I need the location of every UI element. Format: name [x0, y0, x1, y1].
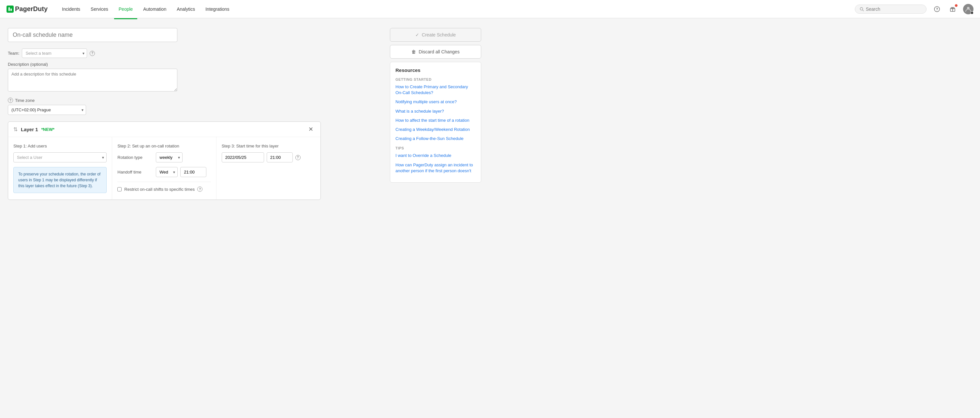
layer-new-badge: *NEW* [41, 127, 54, 132]
layer-title: Layer 1 [21, 127, 38, 132]
resource-link-4[interactable]: Creating a Weekday/Weekend Rotation [395, 127, 476, 133]
step3-col: Step 3: Start time for this layer ? [216, 137, 320, 200]
create-schedule-label: Create Schedule [422, 32, 456, 38]
restrict-checkbox-row: Restrict on-call shifts to specific time… [118, 187, 211, 192]
nav-people[interactable]: People [114, 5, 138, 14]
team-help-icon[interactable]: ? [90, 51, 95, 56]
rotation-type-select[interactable]: weekly daily custom [156, 152, 183, 162]
handoff-day-select-wrapper: Sun Mon Tue Wed Thu Fri Sat [156, 167, 178, 177]
gift-icon [950, 6, 956, 12]
main-layout: Team: Select a team ? Description (optio… [0, 18, 489, 210]
restrict-help-icon[interactable]: ? [197, 187, 202, 192]
step2-col: Step 2: Set up an on-call rotation Rotat… [112, 137, 216, 200]
step1-label: Step 1: Add users [13, 144, 107, 149]
nav-analytics[interactable]: Analytics [172, 5, 199, 14]
nav-incidents[interactable]: Incidents [57, 5, 85, 14]
timezone-select[interactable]: (UTC+02:00) Prague (UTC+00:00) UTC (UTC-… [8, 105, 86, 115]
layer-close-button[interactable]: ✕ [307, 126, 315, 133]
resources-panel: Resources GETTING STARTED How to Create … [390, 62, 481, 183]
step2-label: Step 2: Set up an on-call rotation [118, 144, 211, 149]
rotation-type-select-wrapper: weekly daily custom [156, 152, 183, 162]
layer-header-left: ⇅ Layer 1 *NEW* [13, 126, 54, 133]
nav-automation[interactable]: Automation [138, 5, 171, 14]
tips-title: TIPS [395, 146, 476, 150]
tip-link-0[interactable]: I want to Override a Schedule [395, 153, 476, 158]
create-schedule-button[interactable]: ✓ Create Schedule [390, 28, 481, 42]
create-icon: ✓ [415, 32, 419, 38]
nav-integrations[interactable]: Integrations [201, 5, 234, 14]
start-date-input[interactable] [222, 152, 264, 162]
svg-rect-1 [8, 7, 10, 11]
discard-changes-label: Discard all Changes [418, 49, 459, 54]
handoff-day-select[interactable]: Sun Mon Tue Wed Thu Fri Sat [156, 167, 178, 177]
divider [118, 182, 211, 182]
content-area: Team: Select a team ? Description (optio… [8, 28, 382, 200]
svg-text:?: ? [936, 7, 938, 11]
team-row: Team: Select a team ? [8, 49, 382, 58]
description-textarea[interactable] [8, 69, 177, 92]
resource-link-2[interactable]: What is a schedule layer? [395, 108, 476, 114]
avatar[interactable] [963, 4, 974, 14]
discard-icon: 🗑 [411, 49, 416, 54]
main-nav: Incidents Services People Automation Ana… [57, 5, 855, 14]
resource-link-3[interactable]: How to affect the start time of a rotati… [395, 117, 476, 124]
svg-rect-0 [6, 6, 14, 13]
drag-handle-icon[interactable]: ⇅ [13, 126, 18, 133]
navbar: PagerDuty Incidents Services People Auto… [0, 0, 980, 18]
nav-services[interactable]: Services [86, 5, 113, 14]
svg-line-4 [862, 10, 864, 11]
user-select-wrapper: Select a User ▾ [13, 152, 107, 162]
help-button[interactable]: ? [932, 4, 942, 14]
logo-text: PagerDuty [15, 5, 48, 13]
layer-body: Step 1: Add users Select a User ▾ To pre… [8, 137, 320, 200]
svg-rect-2 [10, 8, 12, 11]
tips-section: TIPS I want to Override a Schedule How c… [395, 146, 476, 174]
logo[interactable]: PagerDuty [6, 5, 48, 13]
timezone-label-text: Time zone [15, 98, 35, 103]
layer-header: ⇅ Layer 1 *NEW* ✕ [8, 122, 320, 137]
step3-label: Step 3: Start time for this layer [222, 144, 315, 149]
sidebar: ✓ Create Schedule 🗑 Discard all Changes … [390, 28, 481, 200]
rotation-type-label: Rotation type [118, 155, 153, 160]
navbar-right: ? [855, 4, 974, 14]
team-select[interactable]: Select a team [22, 49, 87, 58]
step1-col: Step 1: Add users Select a User ▾ To pre… [8, 137, 112, 200]
team-select-wrapper: Select a team [22, 49, 87, 58]
handoff-time-label: Handoff time [118, 169, 153, 174]
resource-link-5[interactable]: Creating a Follow-the-Sun Schedule [395, 136, 476, 142]
timezone-label: ? Time zone [8, 98, 382, 103]
layer-card: ⇅ Layer 1 *NEW* ✕ Step 1: Add users Sele… [8, 122, 321, 200]
discard-changes-button[interactable]: 🗑 Discard all Changes [390, 45, 481, 59]
restrict-checkbox[interactable] [118, 187, 122, 192]
restrict-label[interactable]: Restrict on-call shifts to specific time… [124, 187, 195, 192]
tip-link-1[interactable]: How can PagerDuty assign an incident to … [395, 162, 476, 174]
user-select[interactable]: Select a User [13, 152, 107, 162]
start-time-input[interactable] [267, 152, 293, 162]
handoff-time-row: Handoff time Sun Mon Tue Wed Thu Fri Sat [118, 167, 211, 177]
timezone-select-wrapper: (UTC+02:00) Prague (UTC+00:00) UTC (UTC-… [8, 105, 86, 115]
search-box[interactable] [855, 5, 926, 14]
start-time-row: ? [222, 152, 315, 162]
team-label: Team: [8, 51, 19, 55]
rotation-type-row: Rotation type weekly daily custom [118, 152, 211, 162]
schedule-name-input[interactable] [8, 28, 177, 42]
info-box: To preserve your schedule rotation, the … [13, 167, 107, 193]
avatar-status-dot [970, 11, 974, 14]
handoff-time-input[interactable] [180, 167, 206, 177]
search-icon [860, 7, 864, 11]
getting-started-title: GETTING STARTED [395, 78, 476, 81]
resource-link-0[interactable]: How to Create Primary and Secondary On-C… [395, 84, 476, 96]
resource-link-1[interactable]: Notifying multiple users at once? [395, 99, 476, 105]
search-input[interactable] [866, 6, 922, 12]
resources-title: Resources [395, 67, 476, 73]
description-label: Description (optional) [8, 62, 382, 67]
timezone-help-icon[interactable]: ? [8, 98, 13, 103]
gift-button[interactable] [947, 4, 958, 14]
start-time-help-icon[interactable]: ? [295, 155, 301, 160]
